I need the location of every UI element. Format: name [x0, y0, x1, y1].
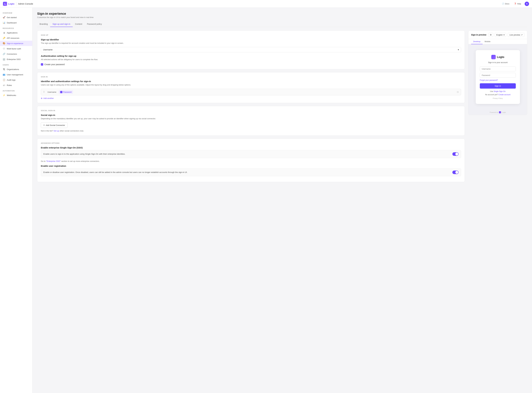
sidebar-item-connectors[interactable]: 🔗 Connectors: [0, 51, 32, 57]
add-circle-icon: ⊕: [41, 97, 42, 99]
preview-username-input[interactable]: [480, 66, 516, 71]
username-identifier: Username: [46, 90, 58, 94]
tab-content[interactable]: Content: [73, 21, 85, 27]
docs-button[interactable]: 📄 Docs: [501, 2, 511, 6]
roles-icon: 🏷: [3, 84, 5, 87]
checkmark-icon: ✓: [41, 64, 43, 65]
setup-link[interactable]: Set up: [54, 130, 59, 132]
advanced-options-card: ADVANCED OPTIONS Enable enterprise Singl…: [37, 138, 465, 182]
registration-toggle-knob: [455, 171, 458, 174]
sidebar-item-multi-factor[interactable]: 🛡 Multi-factor auth: [0, 46, 32, 51]
preview-header: Sign-in preview ⚙ English ▾ Live preview: [468, 31, 527, 39]
sso-toggle[interactable]: [452, 152, 458, 156]
preview-footer: Powered by Logto: [468, 110, 527, 115]
auth-setting-heading: Authentication setting for sign-up: [41, 55, 461, 57]
preview-signin-button[interactable]: Sign in: [480, 83, 516, 88]
password-label: Password: [63, 91, 72, 93]
preview-panel: Sign-in preview ⚙ English ▾ Live preview: [468, 30, 527, 115]
sign-in-desc: Users can sign in using any of the optio…: [41, 84, 461, 86]
connectors-icon: 🔗: [3, 53, 5, 55]
remove-row-icon[interactable]: ⊖: [457, 90, 459, 93]
connector-note: Not in the list? Set up other social con…: [41, 130, 461, 132]
preview-tab-mobile[interactable]: Mobile: [483, 39, 493, 44]
live-preview-button[interactable]: Live preview ↗: [508, 33, 524, 37]
sidebar-item-get-started[interactable]: 🚀 Get started: [0, 15, 32, 20]
preview-forgot-password[interactable]: Forgot your password?: [480, 79, 516, 81]
preview-controls: ⚙ English ▾ Live preview ↗: [488, 33, 524, 37]
dashboard-icon: 📊: [3, 21, 5, 24]
identifier-selected-value: Username: [43, 49, 53, 51]
sidebar-item-dashboard[interactable]: 📊 Dashboard: [0, 20, 32, 25]
tab-branding[interactable]: Branding: [37, 21, 50, 27]
preview-create-account: No account yet? Create account: [480, 93, 516, 96]
preview-sso-link[interactable]: Single Sign-On: [494, 90, 506, 93]
registration-heading: Enable user registration: [41, 165, 461, 167]
preview-create-account-link[interactable]: Create account: [498, 93, 510, 96]
sidebar-item-audit-logs[interactable]: 📋 Audit logs: [0, 77, 32, 83]
registration-toggle[interactable]: [452, 171, 458, 174]
preview-logo-icon: [491, 55, 496, 59]
help-icon: ❓: [514, 3, 516, 5]
sidebar-item-sign-in-experience[interactable]: 🎨 Sign-in experience: [0, 41, 32, 46]
sidebar-item-api-resources[interactable]: 🔑 API resources: [0, 35, 32, 41]
content-area: SIGN UP Sign-up identifier The sign-up i…: [37, 30, 527, 182]
identifier-pill: Username ✓ Password: [46, 90, 73, 94]
chevron-down-icon: ▾: [458, 49, 459, 51]
registration-toggle-text: Enable or disallow user registration. On…: [43, 171, 452, 174]
api-resources-icon: 🔑: [3, 37, 5, 39]
tab-sign-up-sign-in[interactable]: Sign-up and sign-in: [50, 21, 73, 27]
preview-password-input[interactable]: [480, 73, 516, 78]
auth-setting-block: Authentication setting for sign-up All s…: [41, 55, 461, 66]
signin-preview-card: Logto Sign in to your account Forgot you…: [476, 50, 520, 104]
drag-handle-icon[interactable]: ⠿: [43, 91, 45, 93]
social-sign-in-card: SOCIAL SIGN-IN Social sign-in Depending …: [37, 106, 465, 136]
get-started-icon: 🚀: [3, 16, 5, 19]
social-sign-in-label: SOCIAL SIGN-IN: [41, 110, 461, 111]
enterprise-sso-icon: 🏢: [3, 58, 5, 61]
preview-signin-heading: Sign in to your account: [480, 61, 516, 64]
plus-icon: +: [43, 124, 45, 127]
preview-body: Logto Sign in to your account Forgot you…: [468, 44, 527, 110]
add-another-button[interactable]: ⊕ Add another: [41, 97, 461, 99]
user-avatar[interactable]: S: [525, 2, 529, 6]
sso-heading: Enable enterprise Single Sign-On (SSO): [41, 146, 461, 149]
user-management-icon: 👥: [3, 73, 5, 76]
sidebar-item-applications[interactable]: 🖥 Applications: [0, 30, 32, 35]
sign-up-label: SIGN UP: [41, 34, 461, 36]
language-select[interactable]: English ▾: [495, 33, 506, 37]
registration-toggle-row: Enable or disallow user registration. On…: [41, 168, 461, 176]
sign-in-experience-icon: 🎨: [3, 42, 5, 45]
help-button[interactable]: ❓ Help: [513, 2, 522, 6]
tab-password-policy[interactable]: Password policy: [85, 21, 104, 27]
external-link-icon: ↗: [521, 34, 522, 36]
preview-sso-text: Use Single Sign-On: [480, 90, 516, 93]
sidebar-section-overview: OVERVIEW: [0, 10, 32, 15]
sidebar-section-resources: RESOURCES: [0, 25, 32, 30]
sidebar-section-automation: AUTOMATION: [0, 88, 32, 93]
main-content: Sign-in experience Customize the sign in…: [32, 8, 532, 393]
sidebar-item-webhooks[interactable]: ⚡ Webhooks: [0, 93, 32, 98]
enterprise-sso-link[interactable]: "Enterprise SSO": [46, 160, 61, 162]
topbar-right: 📄 Docs ❓ Help S: [501, 2, 529, 6]
sign-up-identifier-dropdown[interactable]: Username ▾: [41, 47, 461, 52]
sidebar-section-users: USERS: [0, 62, 32, 67]
create-password-checkbox[interactable]: ✓: [41, 63, 43, 66]
page-title: Sign-in experience: [37, 12, 527, 16]
right-panel: Sign-in preview ⚙ English ▾ Live preview: [468, 30, 527, 182]
sidebar-item-organizations[interactable]: 🏗 Organizations: [0, 67, 32, 72]
create-password-checkbox-row: ✓ Create your password: [41, 63, 461, 66]
add-social-connector-button[interactable]: + Add Social Connector: [41, 122, 68, 128]
sidebar-item-user-management[interactable]: 👥 User management: [0, 72, 32, 77]
topbar-logo: L Logto: [3, 2, 15, 6]
social-sign-in-desc: Depending on the mandatory identifier yo…: [41, 117, 461, 120]
gear-button[interactable]: ⚙: [488, 33, 493, 37]
audit-logs-icon: 📋: [3, 79, 5, 81]
app-body: OVERVIEW 🚀 Get started 📊 Dashboard RESOU…: [0, 8, 532, 393]
preview-privacy-policy: Privacy Policy: [480, 98, 516, 99]
preview-logo-text: Logto: [497, 56, 504, 59]
preview-tab-desktop[interactable]: Desktop: [471, 39, 483, 44]
sidebar-item-roles[interactable]: 🏷 Roles: [0, 83, 32, 88]
gear-icon: ⚙: [490, 34, 492, 36]
auth-setting-desc: All selected actions will be obligatory …: [41, 58, 461, 61]
sidebar-item-enterprise-sso[interactable]: 🏢 Enterprise SSO: [0, 57, 32, 62]
